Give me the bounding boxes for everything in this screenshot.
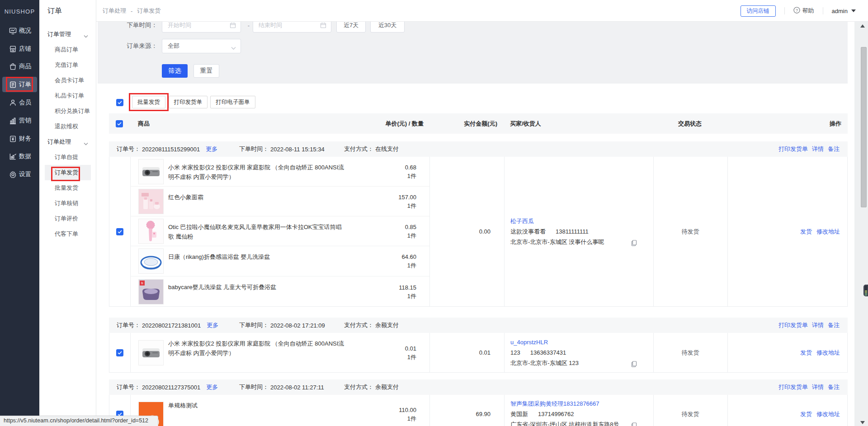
visit-shop-button[interactable]: 访问店铺: [741, 5, 776, 17]
buyer-cell: 智声集团采购黄经理18312876667 黄国新13714996762 广东省-…: [504, 395, 653, 426]
user-menu[interactable]: admin: [832, 8, 856, 14]
detail-link[interactable]: 详情: [812, 383, 824, 391]
more-link[interactable]: 更多: [206, 383, 218, 391]
product-image-cream-set: [138, 189, 164, 214]
filter-button[interactable]: 筛选: [162, 64, 188, 78]
copy-address-icon[interactable]: [631, 360, 637, 370]
remark-link[interactable]: 备注: [828, 145, 840, 153]
scrollbar-thumb[interactable]: [861, 47, 867, 207]
order-source-label: 订单来源：: [99, 42, 157, 50]
topbar-divider: [823, 7, 823, 14]
scroll-down-arrow-icon[interactable]: [860, 421, 865, 424]
remark-link[interactable]: 备注: [828, 383, 840, 391]
sidebar-item-overview[interactable]: 概况: [0, 22, 39, 40]
menu-item-points-orders[interactable]: 积分兑换订单: [39, 103, 96, 119]
buyer-name-link[interactable]: u_4oprstzHLR: [510, 339, 548, 346]
ship-link[interactable]: 发货: [800, 410, 812, 418]
product-name[interactable]: 小米 米家投影仪2 投影仪家用 家庭影院 （全向自动矫正 800ANSI流明不虚…: [168, 163, 345, 182]
order-block: 订单号： 202208021127375001 更多 下单时间： 2022-08…: [109, 379, 848, 426]
edit-address-link[interactable]: 修改地址: [816, 410, 840, 418]
print-invoice-button[interactable]: 打印发货单: [169, 96, 208, 108]
payment-method: 在线支付: [375, 145, 399, 153]
copy-address-icon[interactable]: [631, 421, 637, 426]
more-link[interactable]: 更多: [207, 321, 218, 329]
buyer-name-link[interactable]: 智声集团采购黄经理18312876667: [510, 400, 599, 407]
caret-down-icon: [851, 9, 856, 12]
sidebar-item-shop[interactable]: 店铺: [0, 40, 39, 58]
order-number: 202208021127375001: [142, 384, 200, 391]
remark-link[interactable]: 备注: [828, 321, 840, 329]
chevron-down-icon: [84, 140, 88, 147]
product-name[interactable]: Otic 巴拉啦小魔仙联名麦克风儿童早教家用一体卡拉OK宝宝话筒唱歌 魔仙粉: [168, 222, 345, 241]
product-name[interactable]: 小米 米家投影仪2 投影仪家用 家庭影院 （全向自动矫正 800ANSI流明不虚…: [168, 339, 345, 358]
menu-item-giftcard-orders[interactable]: 礼品卡订单: [39, 88, 96, 103]
browser-extension-widget[interactable]: [863, 285, 868, 296]
col-price-qty: 单价(元) / 数量: [386, 120, 424, 128]
product-image-microphone: [138, 219, 164, 244]
menu-item-order-pickup[interactable]: 订单自提: [39, 150, 96, 165]
calendar-icon: [320, 22, 326, 30]
menu-item-batch-shipping[interactable]: 批量发货: [39, 180, 96, 196]
ship-link[interactable]: 发货: [800, 228, 812, 236]
more-link[interactable]: 更多: [206, 145, 217, 153]
members-icon: [9, 99, 16, 106]
breadcrumb: 订单处理 - 订单发货: [103, 0, 160, 22]
sidebar-item-finance[interactable]: 财务: [0, 130, 39, 148]
menu-item-order-verification[interactable]: 订单核销: [39, 196, 96, 211]
sidebar-item-settings[interactable]: 设置: [0, 165, 39, 183]
menu-item-recharge-orders[interactable]: 充值订单: [39, 57, 96, 73]
menu-item-order-on-behalf[interactable]: 代客下单: [39, 226, 96, 242]
print-waybill-button[interactable]: 打印电子面单: [210, 96, 255, 108]
product-price: 0.68: [405, 163, 416, 172]
col-status: 交易状态: [653, 120, 727, 128]
print-invoice-link[interactable]: 打印发货单: [778, 321, 808, 329]
print-invoice-link[interactable]: 打印发货单: [778, 383, 808, 391]
help-button[interactable]: ? 帮助: [793, 7, 814, 15]
menu-group-order-processing[interactable]: 订单处理: [39, 134, 96, 150]
paid-amount: 0.00: [429, 157, 504, 306]
product-name[interactable]: 红色小象面霜: [168, 192, 345, 202]
col-paid-amount: 实付金额(元): [429, 120, 504, 128]
copy-address-icon[interactable]: [631, 239, 637, 249]
menu-item-order-reviews[interactable]: 订单评价: [39, 211, 96, 226]
goods-icon: [9, 63, 16, 70]
last-7-days-button[interactable]: 近7天: [336, 22, 366, 33]
status-bar-url: https://v5.niuteam.cn/shop/order/detail.…: [0, 416, 158, 426]
header-select-all-checkbox[interactable]: [116, 120, 123, 127]
last-30-days-button[interactable]: 近30天: [370, 22, 405, 33]
sidebar-item-marketing[interactable]: 营销: [0, 112, 39, 130]
product-price: 0.85: [405, 223, 416, 231]
shop-icon: [9, 45, 16, 52]
product-name[interactable]: 日康（rikang)折叠感温浴盆 婴儿洗澡盆: [168, 252, 345, 262]
buyer-name-link[interactable]: 松子西瓜: [510, 218, 534, 225]
scroll-up-arrow-icon[interactable]: [860, 24, 865, 28]
start-time-input[interactable]: 开始时间: [162, 22, 241, 33]
scrollbar: [854, 22, 868, 426]
menu-item-refunds[interactable]: 退款维权: [39, 119, 96, 134]
detail-link[interactable]: 详情: [812, 145, 824, 153]
calendar-icon: [230, 22, 236, 30]
detail-link[interactable]: 详情: [812, 321, 824, 329]
order-checkbox[interactable]: [116, 228, 123, 235]
menu-group-order-management[interactable]: 订单管理: [39, 27, 96, 42]
product-qty: 1件: [399, 292, 416, 300]
reset-button[interactable]: 重置: [193, 64, 219, 78]
svg-text:?: ?: [796, 8, 798, 13]
product-name[interactable]: 单规格测试: [168, 401, 345, 410]
menu-item-membercard-orders[interactable]: 会员卡订单: [39, 73, 96, 88]
print-invoice-link[interactable]: 打印发货单: [778, 145, 808, 153]
order-source-select[interactable]: 全部: [162, 39, 241, 53]
ship-link[interactable]: 发货: [800, 349, 812, 357]
order-checkbox[interactable]: [116, 349, 123, 356]
select-all-checkbox[interactable]: [116, 99, 123, 106]
sidebar-item-members[interactable]: 会员: [0, 94, 39, 112]
product-name[interactable]: babycare婴儿洗澡盆 儿童大号可折叠浴盆: [168, 282, 345, 292]
product-price: 110.00: [399, 406, 416, 414]
sidebar-item-data[interactable]: 数据: [0, 147, 39, 165]
edit-address-link[interactable]: 修改地址: [816, 228, 840, 236]
end-time-input[interactable]: 结束时间: [253, 22, 331, 33]
chevron-down-icon: [231, 45, 236, 51]
edit-address-link[interactable]: 修改地址: [816, 349, 840, 357]
menu-item-goods-orders[interactable]: 商品订单: [39, 42, 96, 57]
sidebar-item-goods[interactable]: 商品: [0, 57, 39, 75]
